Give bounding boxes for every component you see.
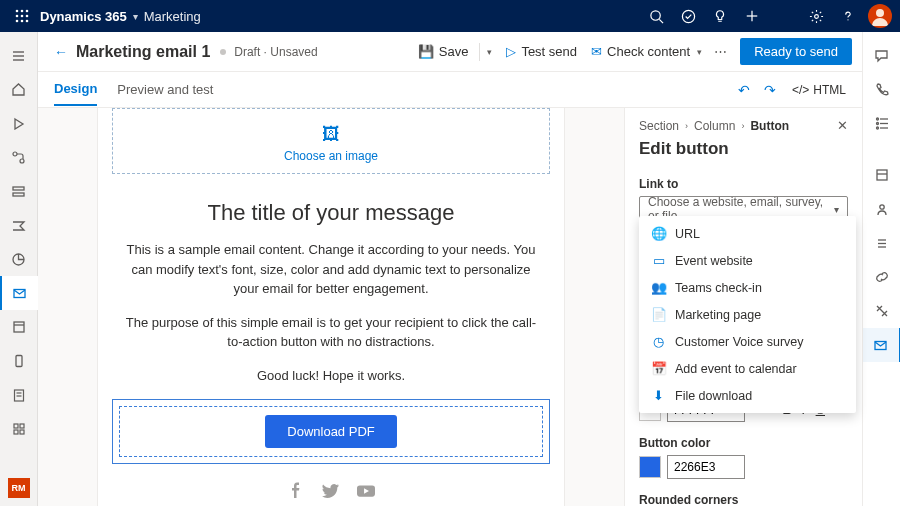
- rail-tasks[interactable]: [863, 106, 901, 140]
- check-icon: ✉: [591, 44, 602, 59]
- nav-segments[interactable]: [0, 174, 38, 208]
- right-tool-rail: [862, 32, 900, 506]
- email-paragraph-3[interactable]: Good luck! Hope it works.: [98, 366, 564, 386]
- task-icon[interactable]: [672, 2, 704, 30]
- chevron-down-icon: ▾: [834, 204, 839, 215]
- facebook-icon[interactable]: [288, 482, 304, 500]
- option-voice-survey[interactable]: ◷Customer Voice survey: [639, 328, 856, 355]
- svg-point-0: [16, 10, 19, 13]
- undo-button[interactable]: ↶: [738, 82, 750, 98]
- chevron-right-icon: ›: [741, 121, 744, 131]
- help-icon[interactable]: [832, 2, 864, 30]
- svg-rect-27: [16, 356, 22, 367]
- inspector-title: Edit button: [639, 139, 848, 159]
- cta-button[interactable]: Download PDF: [265, 415, 396, 448]
- email-heading[interactable]: The title of your message: [98, 200, 564, 226]
- lightbulb-icon[interactable]: [704, 2, 736, 30]
- email-paragraph-2[interactable]: The purpose of this simple email is to g…: [98, 313, 564, 352]
- check-content-label: Check content: [607, 44, 690, 59]
- nav-hamburger[interactable]: [0, 38, 38, 72]
- svg-point-15: [847, 19, 848, 20]
- search-icon[interactable]: [640, 2, 672, 30]
- add-icon[interactable]: [736, 2, 768, 30]
- settings-icon[interactable]: [800, 2, 832, 30]
- social-row: [98, 482, 564, 500]
- rail-links[interactable]: [863, 260, 901, 294]
- overflow-menu[interactable]: ⋯: [714, 44, 728, 59]
- command-bar: ← Marketing email 1 Draft · Unsaved 💾 Sa…: [38, 32, 862, 72]
- rail-personalize[interactable]: [863, 192, 901, 226]
- email-body[interactable]: 🖼 Choose an image The title of your mess…: [98, 108, 564, 506]
- nav-sms[interactable]: [0, 344, 38, 378]
- nav-journeys[interactable]: [0, 140, 38, 174]
- option-file-download[interactable]: ⬇File download: [639, 382, 856, 409]
- chevron-down-icon[interactable]: ▾: [487, 47, 492, 57]
- rail-ab[interactable]: [863, 294, 901, 328]
- nav-more[interactable]: [0, 412, 38, 446]
- nav-emails[interactable]: [0, 276, 38, 310]
- save-button[interactable]: 💾 Save ▾: [418, 43, 493, 61]
- rail-chat[interactable]: [863, 38, 901, 72]
- button-block-selected[interactable]: Download PDF: [112, 399, 550, 464]
- buttoncolor-label: Button color: [639, 436, 848, 450]
- page-title: Marketing email 1: [76, 43, 210, 61]
- rail-properties[interactable]: [863, 328, 901, 362]
- nav-forms[interactable]: [0, 378, 38, 412]
- option-teams-checkin[interactable]: 👥Teams check-in: [639, 274, 856, 301]
- svg-point-11: [682, 10, 694, 22]
- buttoncolor-swatch[interactable]: [639, 456, 661, 478]
- tab-design[interactable]: Design: [54, 73, 97, 106]
- linkto-label: Link to: [639, 177, 848, 191]
- ready-to-send-button[interactable]: Ready to send: [740, 38, 852, 65]
- option-marketing-page[interactable]: 📄Marketing page: [639, 301, 856, 328]
- area-badge[interactable]: RM: [8, 478, 30, 498]
- test-send-label: Test send: [521, 44, 577, 59]
- save-icon: 💾: [418, 44, 434, 59]
- app-launcher[interactable]: [8, 2, 36, 30]
- nav-templates[interactable]: [0, 310, 38, 344]
- email-paragraph-1[interactable]: This is a sample email content. Change i…: [98, 240, 564, 299]
- svg-rect-32: [20, 424, 24, 428]
- html-view-button[interactable]: </> HTML: [792, 83, 846, 97]
- rail-styles[interactable]: [863, 226, 901, 260]
- svg-point-5: [26, 15, 29, 18]
- back-button[interactable]: ←: [54, 44, 68, 60]
- check-content-button[interactable]: ✉ Check content ▾: [591, 44, 702, 59]
- redo-button[interactable]: ↷: [764, 82, 776, 98]
- chevron-down-icon[interactable]: ▾: [697, 47, 702, 57]
- close-icon[interactable]: ✕: [837, 118, 848, 133]
- svg-point-4: [21, 15, 24, 18]
- svg-point-8: [26, 20, 29, 23]
- nav-play[interactable]: [0, 106, 38, 140]
- option-add-to-calendar[interactable]: 📅Add event to calendar: [639, 355, 856, 382]
- svg-point-9: [650, 10, 659, 19]
- code-icon: </>: [792, 83, 809, 97]
- buttoncolor-input[interactable]: [667, 455, 745, 479]
- crumb-column[interactable]: Column: [694, 119, 735, 133]
- app-context[interactable]: Marketing: [144, 9, 201, 24]
- nav-home[interactable]: [0, 72, 38, 106]
- left-nav-rail: RM: [0, 32, 38, 506]
- youtube-icon[interactable]: [357, 482, 375, 500]
- nav-triggers[interactable]: [0, 208, 38, 242]
- rail-phone[interactable]: [863, 72, 901, 106]
- product-name[interactable]: Dynamics 365: [40, 9, 127, 24]
- tab-preview[interactable]: Preview and test: [117, 74, 213, 105]
- user-avatar[interactable]: [868, 4, 892, 28]
- svg-rect-31: [14, 424, 18, 428]
- option-event-website[interactable]: ▭Event website: [639, 247, 856, 274]
- svg-point-2: [26, 10, 29, 13]
- option-url[interactable]: 🌐URL: [639, 220, 856, 247]
- test-send-button[interactable]: ▷ Test send: [506, 44, 577, 59]
- twitter-icon[interactable]: [322, 482, 339, 500]
- email-canvas[interactable]: 🖼 Choose an image The title of your mess…: [38, 108, 624, 506]
- svg-point-41: [876, 127, 878, 129]
- send-icon: ▷: [506, 44, 516, 59]
- rounded-label: Rounded corners: [639, 493, 848, 506]
- crumb-section[interactable]: Section: [639, 119, 679, 133]
- survey-icon: ◷: [651, 334, 666, 349]
- rail-elements[interactable]: [863, 158, 901, 192]
- nav-analytics[interactable]: [0, 242, 38, 276]
- image-placeholder[interactable]: 🖼 Choose an image: [112, 108, 550, 174]
- svg-point-20: [20, 159, 24, 163]
